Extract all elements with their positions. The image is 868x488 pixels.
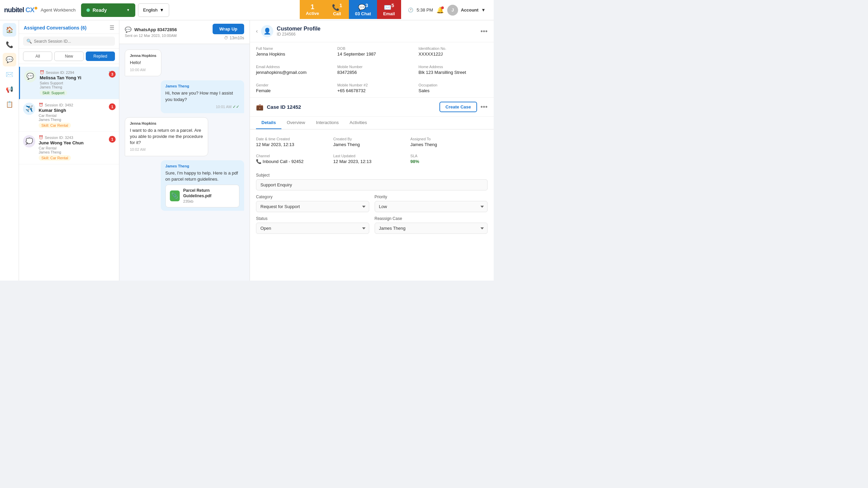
message-row: Jenna Hopkins I want to do a return on a… bbox=[125, 117, 244, 156]
tab-activities[interactable]: Activities bbox=[344, 117, 372, 129]
tab-new[interactable]: New bbox=[54, 52, 83, 61]
account-button[interactable]: J Account ▼ bbox=[447, 5, 486, 16]
back-button[interactable]: ‹ bbox=[256, 28, 258, 34]
field-value: +65 64678732 bbox=[337, 88, 407, 93]
status-label: Status bbox=[256, 216, 369, 221]
profile-field-mobile2: Mobile Number #2 +65 64678732 bbox=[331, 79, 413, 97]
ready-label: Ready bbox=[93, 7, 107, 13]
attachment-box[interactable]: 📎 Parcel Return Guidelines.pdf 235kb bbox=[165, 185, 239, 207]
language-button[interactable]: English ▼ bbox=[138, 3, 169, 17]
reassign-label: Reassign Case bbox=[375, 216, 488, 221]
account-label: Account bbox=[461, 7, 478, 13]
message-bubble: Jenna Hopkins I want to do a return on a… bbox=[125, 117, 208, 156]
profile-more-button[interactable]: ••• bbox=[480, 27, 488, 35]
profile-field-address: Home Address Blk 123 Marsilling Street bbox=[412, 61, 494, 79]
case-tabs: Details Overview Interactions Activities bbox=[250, 117, 494, 129]
subject-input[interactable] bbox=[256, 179, 488, 190]
message-bubble: James Theng Hi, how are you? How may I a… bbox=[161, 80, 244, 113]
chat-messages: Jenna Hopkins Hello! 10:00 AM James Then… bbox=[119, 44, 250, 281]
message-text: Hello! bbox=[130, 60, 156, 66]
category-label: Category bbox=[256, 195, 369, 199]
email-label: Email bbox=[383, 11, 395, 16]
message-sender: James Theng bbox=[165, 84, 239, 89]
right-panel: ‹ 👤 Customer Profile ID 234566 ••• Full … bbox=[250, 20, 494, 281]
field-label: SLA bbox=[410, 154, 481, 158]
case-form: Subject Category Request for Support Gen… bbox=[250, 173, 494, 243]
message-row: Jenna Hopkins Hello! 10:00 AM bbox=[125, 49, 244, 76]
tab-all[interactable]: All bbox=[23, 52, 52, 61]
attachment-size: 235kb bbox=[183, 199, 235, 204]
clock-icon: ⏰ bbox=[39, 103, 43, 107]
tab-replied[interactable]: Replied bbox=[86, 52, 115, 61]
sidebar-item-reports[interactable]: 📋 bbox=[3, 98, 16, 111]
case-more-button[interactable]: ••• bbox=[480, 103, 488, 111]
priority-select[interactable]: Low Medium High bbox=[375, 201, 488, 212]
conv-info: ⏰ Session ID: 3243 5m June Wong Yee Chun… bbox=[39, 135, 115, 161]
department: Car Rental bbox=[39, 114, 115, 118]
message-time: 10:00 AM bbox=[130, 67, 156, 73]
field-value: 83472856 bbox=[337, 70, 407, 75]
active-tab[interactable]: 1 Active bbox=[300, 0, 325, 19]
id-label: ID bbox=[277, 32, 281, 37]
field-value: 14 September 1987 bbox=[337, 52, 407, 57]
create-case-button[interactable]: Create Case bbox=[439, 102, 477, 112]
message-bubble: James Theng Sure, I'm happy to help. Her… bbox=[161, 160, 244, 211]
case-icon: 💼 bbox=[256, 103, 263, 111]
whatsapp-icon: 💬 bbox=[125, 26, 132, 33]
profile-field-dob: DOB 14 September 1987 bbox=[331, 42, 413, 61]
notification-button[interactable]: 🔔 bbox=[436, 6, 444, 14]
field-value: 12 Mar 2023, 12:13 bbox=[333, 159, 405, 164]
field-value: James Theng bbox=[410, 142, 481, 147]
session-id: ⏰ Session ID: 3243 5m bbox=[39, 135, 115, 140]
tab-overview[interactable]: Overview bbox=[281, 117, 311, 129]
pdf-icon: 📎 bbox=[170, 190, 180, 201]
tab-details[interactable]: Details bbox=[256, 117, 281, 129]
message-bubble: Jenna Hopkins Hello! 10:00 AM bbox=[125, 49, 161, 76]
email-tab[interactable]: ✉️5 Email bbox=[377, 0, 401, 19]
ready-status-dot bbox=[86, 8, 90, 12]
field-value: James Theng bbox=[333, 142, 405, 147]
form-row-category-priority: Category Request for Support General Enq… bbox=[256, 195, 488, 212]
id-value: 234566 bbox=[282, 32, 296, 37]
conversation-item[interactable]: 💭 ⏰ Session ID: 3243 5m June Wong Yee Ch… bbox=[19, 132, 119, 164]
sidebar-item-email[interactable]: ✉️ bbox=[3, 68, 16, 81]
category-select[interactable]: Request for Support General Enquiry Comp… bbox=[256, 201, 369, 212]
filter-button[interactable]: ☰ bbox=[110, 24, 114, 31]
conversation-item[interactable]: 💬 ⏰ Session ID: 2294 1 hr Melissa Tan Yo… bbox=[19, 67, 119, 99]
profile-id: ID 234566 bbox=[277, 32, 477, 37]
case-field-channel: Channel 📞 Inbound Call - 92452 bbox=[256, 151, 333, 167]
ready-button[interactable]: Ready ▼ bbox=[81, 3, 135, 17]
conv-info: ⏰ Session ID: 3492 9m Kumar Singh Car Re… bbox=[39, 103, 115, 128]
read-receipt-icon: ✓✓ bbox=[233, 104, 239, 109]
reassign-select[interactable]: James Theng Other Agent bbox=[375, 223, 488, 234]
field-value-sla: 98% bbox=[410, 159, 481, 164]
case-field-assigned-to: Assigned To James Theng bbox=[410, 134, 488, 150]
message-text: Hi, how are you? How may I assist you to… bbox=[165, 90, 239, 102]
case-field-last-updated: Last Updated 12 Mar 2023, 12:13 bbox=[333, 151, 411, 167]
search-wrap: 🔍 bbox=[23, 37, 115, 46]
sidebar-item-broadcast[interactable]: 📢 bbox=[3, 83, 16, 96]
field-label: Full Name bbox=[256, 46, 325, 50]
status-select[interactable]: Open Closed Pending bbox=[256, 223, 369, 234]
conversations-header: Assigned Conversations (6) ☰ bbox=[19, 20, 119, 34]
profile-field-fullname: Full Name Jenna Hopkins bbox=[250, 42, 331, 61]
wrap-up-button[interactable]: Wrap Up bbox=[213, 24, 244, 34]
current-time: 5:38 PM bbox=[417, 7, 433, 13]
conversation-item[interactable]: ✈️ ⏰ Session ID: 3492 9m Kumar Singh Car… bbox=[19, 99, 119, 132]
unread-badge: 3 bbox=[109, 71, 116, 78]
chat-header-right: Wrap Up ⏱ 13m10s bbox=[213, 24, 244, 40]
timer-value: 13m10s bbox=[230, 36, 244, 40]
tab-interactions[interactable]: Interactions bbox=[311, 117, 344, 129]
field-label: Gender bbox=[256, 83, 325, 87]
call-tab[interactable]: 📞1 Call bbox=[325, 0, 349, 19]
message-sender: James Theng bbox=[165, 164, 239, 169]
chat-tab[interactable]: 💬3 03 Chat bbox=[349, 0, 377, 19]
sidebar-item-phone[interactable]: 📞 bbox=[3, 38, 16, 52]
search-input[interactable] bbox=[34, 39, 112, 44]
sidebar-item-home[interactable]: 🏠 bbox=[3, 23, 16, 37]
customer-profile-icon: 👤 bbox=[261, 25, 273, 37]
sidebar-item-chat[interactable]: 💬 bbox=[3, 53, 16, 66]
clock-icon: 🕐 bbox=[408, 7, 413, 13]
field-value: XXXXX122J bbox=[418, 52, 488, 57]
field-value: Jenna Hopkins bbox=[256, 52, 325, 57]
